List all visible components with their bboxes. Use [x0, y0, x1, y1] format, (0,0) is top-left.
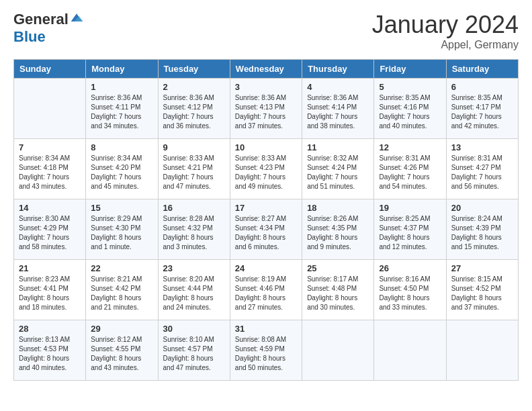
day-number: 4 [307, 82, 369, 92]
week-row-3: 14Sunrise: 8:30 AMSunset: 4:29 PMDayligh… [14, 199, 519, 260]
weekday-header-thursday: Thursday [302, 60, 374, 79]
day-info: Sunrise: 8:20 AMSunset: 4:44 PMDaylight:… [163, 275, 225, 312]
day-number: 17 [235, 203, 297, 213]
weekday-header-monday: Monday [86, 60, 158, 79]
weekday-header-tuesday: Tuesday [158, 60, 230, 79]
calendar-cell: 12Sunrise: 8:31 AMSunset: 4:26 PMDayligh… [374, 139, 446, 199]
day-number: 21 [19, 263, 81, 273]
calendar-cell: 18Sunrise: 8:26 AMSunset: 4:35 PMDayligh… [302, 199, 374, 260]
day-number: 23 [163, 263, 225, 273]
day-number: 26 [379, 263, 441, 273]
day-info: Sunrise: 8:31 AMSunset: 4:26 PMDaylight:… [379, 154, 441, 191]
calendar-cell: 6Sunrise: 8:35 AMSunset: 4:17 PMDaylight… [446, 79, 518, 139]
calendar-cell: 25Sunrise: 8:17 AMSunset: 4:48 PMDayligh… [302, 260, 374, 320]
calendar-cell: 19Sunrise: 8:25 AMSunset: 4:37 PMDayligh… [374, 199, 446, 260]
day-number: 27 [451, 263, 513, 273]
day-info: Sunrise: 8:08 AMSunset: 4:59 PMDaylight:… [235, 335, 297, 373]
calendar-cell: 28Sunrise: 8:13 AMSunset: 4:53 PMDayligh… [14, 320, 86, 381]
logo: General Blue [13, 11, 83, 46]
day-number: 29 [91, 324, 152, 334]
calendar-cell: 3Sunrise: 8:36 AMSunset: 4:13 PMDaylight… [230, 79, 302, 139]
calendar-cell: 11Sunrise: 8:32 AMSunset: 4:24 PMDayligh… [302, 139, 374, 199]
calendar-cell: 24Sunrise: 8:19 AMSunset: 4:46 PMDayligh… [230, 260, 302, 320]
day-number: 19 [379, 203, 441, 213]
day-number: 16 [163, 203, 225, 213]
calendar-cell: 9Sunrise: 8:33 AMSunset: 4:21 PMDaylight… [158, 139, 230, 199]
page-header: General Blue January 2024 Appel, Germany [13, 11, 519, 51]
calendar-cell [374, 320, 446, 381]
week-row-2: 7Sunrise: 8:34 AMSunset: 4:18 PMDaylight… [14, 139, 519, 199]
weekday-header-friday: Friday [374, 60, 446, 79]
day-info: Sunrise: 8:16 AMSunset: 4:50 PMDaylight:… [379, 275, 441, 312]
calendar-cell: 30Sunrise: 8:10 AMSunset: 4:57 PMDayligh… [158, 320, 230, 381]
day-number: 12 [379, 142, 441, 152]
day-info: Sunrise: 8:35 AMSunset: 4:16 PMDaylight:… [379, 93, 441, 131]
calendar-cell [446, 320, 518, 381]
month-title: January 2024 [372, 11, 519, 39]
day-number: 18 [307, 203, 369, 213]
logo-icon [70, 11, 83, 25]
calendar-cell: 31Sunrise: 8:08 AMSunset: 4:59 PMDayligh… [230, 320, 302, 381]
calendar-cell: 4Sunrise: 8:36 AMSunset: 4:14 PMDaylight… [302, 79, 374, 139]
day-number: 8 [91, 142, 152, 152]
calendar-cell: 14Sunrise: 8:30 AMSunset: 4:29 PMDayligh… [14, 199, 86, 260]
day-info: Sunrise: 8:35 AMSunset: 4:17 PMDaylight:… [451, 93, 513, 131]
day-info: Sunrise: 8:33 AMSunset: 4:23 PMDaylight:… [235, 154, 297, 191]
location: Appel, Germany [372, 39, 519, 51]
day-info: Sunrise: 8:32 AMSunset: 4:24 PMDaylight:… [307, 154, 369, 191]
day-info: Sunrise: 8:23 AMSunset: 4:41 PMDaylight:… [19, 275, 81, 312]
calendar-cell: 13Sunrise: 8:31 AMSunset: 4:27 PMDayligh… [446, 139, 518, 199]
day-number: 5 [379, 82, 441, 92]
calendar-cell: 16Sunrise: 8:28 AMSunset: 4:32 PMDayligh… [158, 199, 230, 260]
day-number: 11 [307, 142, 369, 152]
calendar-cell: 1Sunrise: 8:36 AMSunset: 4:11 PMDaylight… [86, 79, 158, 139]
day-number: 22 [91, 263, 152, 273]
calendar-cell: 7Sunrise: 8:34 AMSunset: 4:18 PMDaylight… [14, 139, 86, 199]
day-info: Sunrise: 8:24 AMSunset: 4:39 PMDaylight:… [451, 214, 513, 252]
day-number: 6 [451, 82, 513, 92]
calendar-cell [302, 320, 374, 381]
day-info: Sunrise: 8:36 AMSunset: 4:12 PMDaylight:… [163, 93, 225, 131]
calendar-cell: 27Sunrise: 8:15 AMSunset: 4:52 PMDayligh… [446, 260, 518, 320]
weekday-header-saturday: Saturday [446, 60, 518, 79]
day-number: 2 [163, 82, 225, 92]
calendar-cell: 15Sunrise: 8:29 AMSunset: 4:30 PMDayligh… [86, 199, 158, 260]
day-number: 7 [19, 142, 81, 152]
day-number: 1 [91, 82, 152, 92]
calendar-table: SundayMondayTuesdayWednesdayThursdayFrid… [13, 59, 519, 381]
day-info: Sunrise: 8:27 AMSunset: 4:34 PMDaylight:… [235, 214, 297, 252]
day-number: 10 [235, 142, 297, 152]
day-number: 24 [235, 263, 297, 273]
day-info: Sunrise: 8:25 AMSunset: 4:37 PMDaylight:… [379, 214, 441, 252]
calendar-cell: 29Sunrise: 8:12 AMSunset: 4:55 PMDayligh… [86, 320, 158, 381]
calendar-cell: 17Sunrise: 8:27 AMSunset: 4:34 PMDayligh… [230, 199, 302, 260]
day-number: 30 [163, 324, 225, 334]
day-number: 25 [307, 263, 369, 273]
day-info: Sunrise: 8:28 AMSunset: 4:32 PMDaylight:… [163, 214, 225, 252]
day-number: 31 [235, 324, 297, 334]
day-info: Sunrise: 8:33 AMSunset: 4:21 PMDaylight:… [163, 154, 225, 191]
calendar-cell: 10Sunrise: 8:33 AMSunset: 4:23 PMDayligh… [230, 139, 302, 199]
logo-blue: Blue [13, 28, 46, 45]
calendar-cell: 23Sunrise: 8:20 AMSunset: 4:44 PMDayligh… [158, 260, 230, 320]
day-number: 14 [19, 203, 81, 213]
weekday-header-wednesday: Wednesday [230, 60, 302, 79]
day-number: 13 [451, 142, 513, 152]
day-info: Sunrise: 8:36 AMSunset: 4:14 PMDaylight:… [307, 93, 369, 131]
day-info: Sunrise: 8:36 AMSunset: 4:13 PMDaylight:… [235, 93, 297, 131]
week-row-5: 28Sunrise: 8:13 AMSunset: 4:53 PMDayligh… [14, 320, 519, 381]
day-info: Sunrise: 8:26 AMSunset: 4:35 PMDaylight:… [307, 214, 369, 252]
day-info: Sunrise: 8:30 AMSunset: 4:29 PMDaylight:… [19, 214, 81, 252]
day-info: Sunrise: 8:12 AMSunset: 4:55 PMDaylight:… [91, 335, 152, 373]
calendar-cell: 5Sunrise: 8:35 AMSunset: 4:16 PMDaylight… [374, 79, 446, 139]
calendar-cell: 26Sunrise: 8:16 AMSunset: 4:50 PMDayligh… [374, 260, 446, 320]
day-info: Sunrise: 8:34 AMSunset: 4:20 PMDaylight:… [91, 154, 152, 191]
calendar-cell [14, 79, 86, 139]
day-info: Sunrise: 8:15 AMSunset: 4:52 PMDaylight:… [451, 275, 513, 312]
day-number: 28 [19, 324, 81, 334]
day-number: 9 [163, 142, 225, 152]
weekday-header-sunday: Sunday [14, 60, 86, 79]
day-info: Sunrise: 8:29 AMSunset: 4:30 PMDaylight:… [91, 214, 152, 252]
day-info: Sunrise: 8:19 AMSunset: 4:46 PMDaylight:… [235, 275, 297, 312]
day-number: 20 [451, 203, 513, 213]
